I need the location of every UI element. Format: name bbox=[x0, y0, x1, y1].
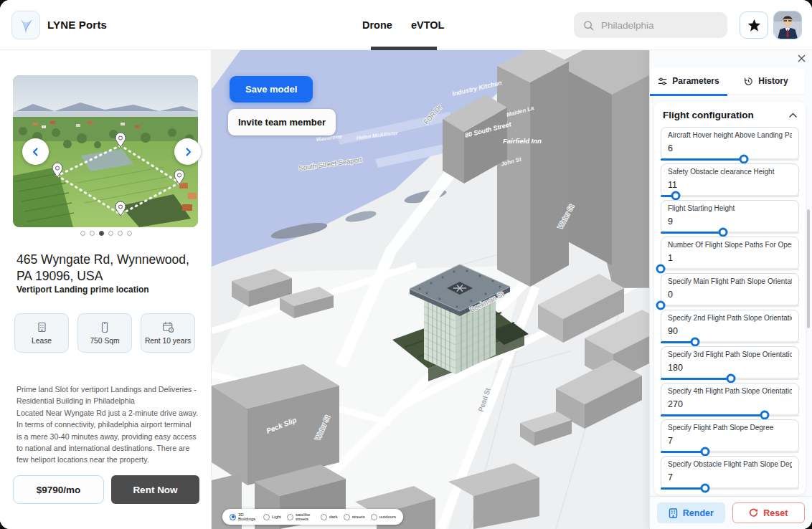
style-option-3d-buildings[interactable]: 3D Buildings bbox=[230, 513, 258, 522]
slider-handle[interactable] bbox=[656, 301, 666, 310]
panel-actions: Render Reset bbox=[650, 496, 812, 529]
tab-evtol[interactable]: eVTOL bbox=[411, 19, 444, 31]
slider-card: Specify 2nd Flight Path Slope Orientatio… bbox=[661, 310, 799, 343]
carousel-dot[interactable] bbox=[127, 231, 132, 236]
slider-cards: Aircraft Hover height Above Landing Pad … bbox=[661, 127, 799, 490]
carousel-dot[interactable] bbox=[80, 231, 85, 236]
radio-icon bbox=[263, 514, 270, 520]
slider-card: Flight Starting Height 9 bbox=[661, 200, 799, 234]
listing-address: 465 Wyngate Rd, Wynnewood, PA 19096, USA bbox=[16, 252, 197, 285]
building-icon bbox=[37, 322, 47, 333]
radio-icon bbox=[371, 514, 377, 520]
active-tab-underline bbox=[650, 94, 727, 96]
slider-handle[interactable] bbox=[700, 484, 709, 493]
invite-team-member-button[interactable]: Invite team member bbox=[228, 109, 336, 135]
panel-scrollbar[interactable] bbox=[807, 209, 810, 328]
slider-track[interactable] bbox=[661, 305, 799, 307]
slider-track[interactable] bbox=[661, 158, 799, 161]
rent-now-button[interactable]: Rent Now bbox=[111, 475, 199, 504]
history-icon bbox=[744, 77, 753, 86]
panel-close-button[interactable] bbox=[796, 52, 807, 64]
style-option-outdoors[interactable]: outdoors bbox=[371, 514, 396, 520]
chevron-left-icon bbox=[31, 147, 41, 157]
listing-description: Prime land Slot for vertiport Landings a… bbox=[16, 383, 199, 466]
slider-track[interactable] bbox=[661, 451, 799, 453]
listing-tagline: Vertiport Landing prime location bbox=[16, 285, 149, 295]
save-model-button[interactable]: Save model bbox=[230, 76, 313, 103]
slider-handle[interactable] bbox=[700, 447, 709, 457]
carousel-dot[interactable] bbox=[90, 231, 95, 236]
tab-parameters[interactable]: Parameters bbox=[650, 68, 727, 94]
tab-drone[interactable]: Drone bbox=[362, 19, 392, 31]
slider-handle[interactable] bbox=[691, 338, 700, 347]
carousel-dot-active[interactable] bbox=[99, 231, 104, 236]
slider-handle[interactable] bbox=[671, 191, 681, 201]
parameters-panel: Parameters History Flight configuration … bbox=[649, 50, 812, 529]
carousel-dots bbox=[0, 231, 212, 236]
reset-button[interactable]: Reset bbox=[732, 502, 805, 523]
section-title: Flight configuration bbox=[663, 110, 754, 120]
radio-icon bbox=[344, 514, 350, 520]
radio-icon bbox=[321, 514, 327, 520]
carousel-dot[interactable] bbox=[118, 231, 123, 236]
style-option-streets[interactable]: streets bbox=[344, 514, 365, 520]
tab-history[interactable]: History bbox=[727, 68, 805, 94]
building-fairfield bbox=[497, 50, 569, 287]
chevron-up-icon[interactable] bbox=[789, 113, 797, 118]
style-option-dark[interactable]: dark bbox=[321, 514, 338, 520]
search-input[interactable] bbox=[601, 20, 709, 31]
slider-track[interactable] bbox=[661, 195, 799, 197]
style-option-satellite-streets[interactable]: satellite streets bbox=[287, 513, 315, 522]
slider-handle[interactable] bbox=[656, 264, 666, 274]
slider-track[interactable] bbox=[661, 232, 799, 234]
render-button[interactable]: Render bbox=[657, 502, 725, 523]
chip-area: 750 Sqm bbox=[77, 313, 132, 353]
calendar-icon bbox=[162, 321, 174, 333]
app-window: LYNE Ports Drone eVTOL bbox=[0, 0, 812, 529]
slider-track[interactable] bbox=[661, 414, 799, 416]
favorites-button[interactable] bbox=[740, 11, 768, 39]
slider-handle[interactable] bbox=[739, 155, 748, 164]
tune-icon bbox=[658, 77, 667, 86]
area-icon bbox=[100, 321, 109, 333]
reset-icon bbox=[749, 508, 758, 518]
panel-tabs: Parameters History bbox=[650, 68, 805, 94]
brand-logo-icon bbox=[11, 11, 40, 39]
listing-chips: Lease 750 Sqm Rent 10 years bbox=[14, 313, 195, 353]
price-button[interactable]: $9790/mo bbox=[13, 475, 104, 504]
slider-handle[interactable] bbox=[760, 411, 769, 420]
search-bar[interactable] bbox=[574, 12, 727, 38]
slider-handle[interactable] bbox=[727, 374, 736, 383]
nav-active-underline bbox=[371, 47, 437, 50]
purchase-row: $9790/mo Rent Now bbox=[13, 475, 199, 504]
chip-lease: Lease bbox=[14, 313, 69, 353]
flight-configuration-section: Flight configuration Aircraft Hover heig… bbox=[654, 102, 806, 495]
main-nav: Drone eVTOL bbox=[362, 0, 444, 50]
slider-card: Specify Obstacle Flight Path Slope Degre… bbox=[661, 456, 799, 490]
slider-card: Specify Main Flight Path Slope Orientati… bbox=[661, 273, 799, 307]
style-option-light[interactable]: Light bbox=[263, 514, 281, 520]
brand-name: LYNE Ports bbox=[47, 19, 107, 31]
close-icon bbox=[798, 54, 806, 62]
carousel-prev-button[interactable] bbox=[22, 138, 49, 165]
slider-card: Number Of Flight Slope Paths For Operati… bbox=[661, 237, 799, 270]
slider-track[interactable] bbox=[661, 341, 799, 343]
slider-card: Safety Obstacle clearance Height 11 bbox=[661, 163, 799, 197]
carousel-dot[interactable] bbox=[108, 231, 113, 236]
slider-track[interactable] bbox=[661, 378, 799, 380]
carousel-next-button[interactable] bbox=[174, 138, 201, 165]
slider-card: Specify Flight Path Slope Degree 7 bbox=[661, 419, 799, 453]
header: LYNE Ports Drone eVTOL bbox=[0, 0, 812, 50]
avatar[interactable] bbox=[773, 11, 802, 39]
slider-card: Specify 4th Flight Path Slope Orientatio… bbox=[661, 383, 799, 416]
star-icon bbox=[747, 19, 761, 32]
slider-handle[interactable] bbox=[718, 228, 727, 237]
radio-icon bbox=[287, 514, 293, 520]
label-fairfield-inn: Fairfield Inn bbox=[503, 137, 542, 145]
radio-icon bbox=[230, 514, 236, 520]
slider-track[interactable] bbox=[661, 487, 799, 490]
map-style-switcher: 3D Buildings Light satellite streets dar… bbox=[222, 509, 403, 525]
render-building-icon bbox=[669, 508, 678, 518]
slider-card: Aircraft Hover height Above Landing Pad … bbox=[661, 127, 799, 161]
slider-track[interactable] bbox=[661, 268, 799, 270]
